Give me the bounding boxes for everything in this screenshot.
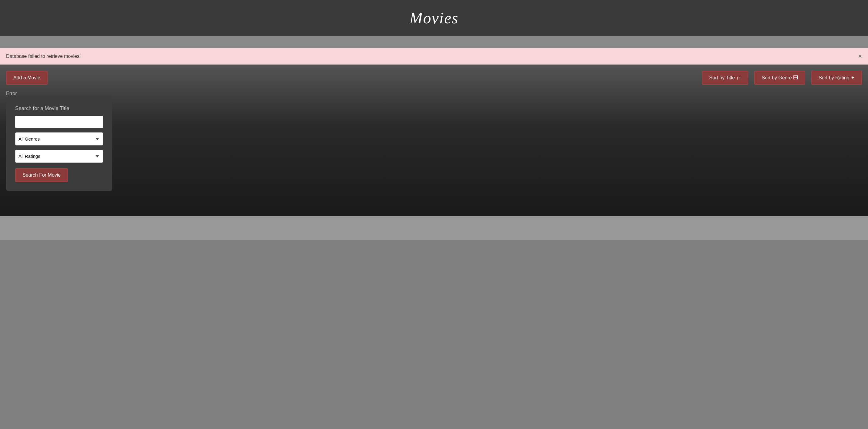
sort-by-genre-button[interactable]: Sort by Genre 🎞 [754,71,805,85]
sort-by-title-button[interactable]: Sort by Title ↑↕ [702,71,748,85]
footer-strip [0,216,868,240]
page-title: Movies [0,9,868,27]
toolbar-strip [0,36,868,48]
add-movie-button[interactable]: Add a Movie [6,71,48,85]
search-movie-button[interactable]: Search For Movie [15,168,68,182]
genre-select[interactable]: All Genres Action Comedy Drama Horror Sc… [15,132,103,145]
search-input[interactable] [15,116,103,128]
rating-select[interactable]: All Ratings G PG PG-13 R NC-17 [15,150,103,163]
error-text: Error [6,91,17,96]
sort-by-rating-button[interactable]: Sort by Rating ✦ [811,71,862,85]
page-header: Movies [0,0,868,36]
controls-row: Add a Movie Sort by Title ↑↕ Sort by Gen… [6,71,862,85]
search-panel-title: Search for a Movie Title [15,105,103,111]
alert-message: Database failed to retrieve movies! [6,54,81,59]
alert-close-button[interactable]: × [858,53,862,60]
sort-buttons-container: Sort by Title ↑↕ Sort by Genre 🎞 Sort by… [702,71,862,85]
main-content: Add a Movie Sort by Title ↑↕ Sort by Gen… [0,65,868,216]
alert-bar: Database failed to retrieve movies! × [0,48,868,65]
error-label: Error [6,91,862,96]
search-panel: Search for a Movie Title All Genres Acti… [6,96,112,191]
